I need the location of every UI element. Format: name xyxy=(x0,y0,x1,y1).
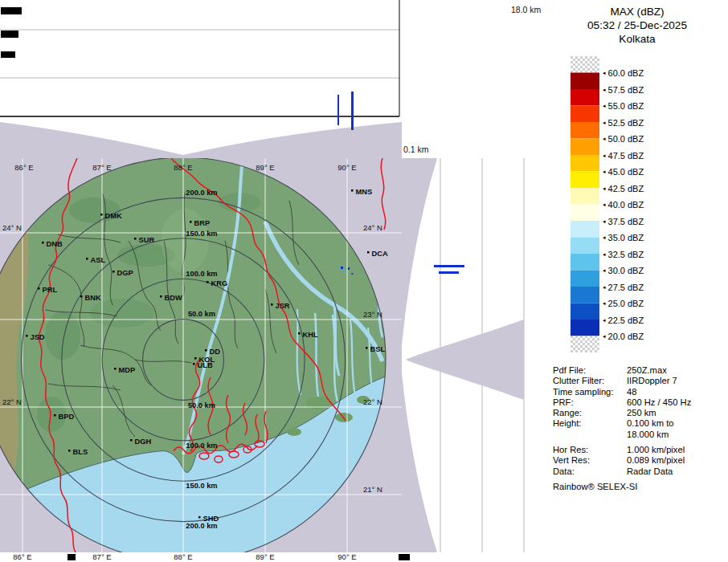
city-label: BDW xyxy=(165,294,182,302)
scale-label: 45.0 dBZ xyxy=(608,167,644,177)
axis-label-artifact xyxy=(1,51,15,58)
city-dot xyxy=(207,281,209,283)
axis-label-artifact xyxy=(67,554,76,560)
meta-row: Pdf File:250Z.max xyxy=(553,365,725,376)
city-dot xyxy=(198,516,201,519)
city-dot xyxy=(367,251,370,254)
city-dot xyxy=(193,363,195,365)
city-label: BLS xyxy=(73,448,88,456)
meta-label: Height: xyxy=(553,418,627,429)
ring-label: 200.0 km xyxy=(186,189,217,197)
threshold-arrow-icon: ◂ xyxy=(603,70,606,75)
right-projection-panel xyxy=(399,158,546,560)
meta-row: PRF:600 Hz / 450 Hz xyxy=(553,397,725,408)
threshold-arrow-icon: ◂ xyxy=(603,317,606,323)
scale-label: 30.0 dBZ xyxy=(608,266,644,275)
meta-value: Radar Data xyxy=(627,466,725,477)
radar-product-screen: 0.1 km 18.0 km xyxy=(0,0,728,562)
scale-label-row: ◂32.5 dBZ xyxy=(603,249,644,259)
city-label: DNB xyxy=(47,240,63,248)
lat-label: 22° N xyxy=(363,397,382,406)
scale-label-row: ◂22.5 dBZ xyxy=(603,315,644,325)
scale-label-row: ◂50.0 dBZ xyxy=(603,133,644,144)
product-metadata: Pdf File:250Z.max Clutter Filter:IIRDopp… xyxy=(553,365,725,477)
city-label: DD xyxy=(210,348,221,356)
colorbar-segment-transparent xyxy=(571,336,599,353)
scale-label-row: ◂40.0 dBZ xyxy=(603,199,644,210)
scale-label-row: ◂25.0 dBZ xyxy=(603,298,644,308)
lon-label: 89° E xyxy=(256,552,274,561)
lon-label: 90° E xyxy=(337,552,356,561)
threshold-arrow-icon: ◂ xyxy=(603,218,606,224)
meta-label: PRF: xyxy=(553,397,627,408)
colorbar-segment xyxy=(571,303,599,320)
scale-label-row: ◂35.0 dBZ xyxy=(603,232,644,242)
colorbar-segment xyxy=(571,188,599,205)
city-dot xyxy=(100,214,103,216)
meta-label: Hor Res: xyxy=(553,445,627,455)
colorbar-segment xyxy=(571,238,599,255)
product-name: MAX (dBZ) xyxy=(546,5,728,18)
scale-label: 37.5 dBZ xyxy=(608,217,644,226)
dbz-colorbar xyxy=(571,56,599,353)
scale-label-row: ◂57.5 dBZ xyxy=(603,84,644,95)
meta-row: Range:250 km xyxy=(553,408,725,418)
threshold-arrow-icon: ◂ xyxy=(603,120,606,125)
longitude-labels-bottom: 86° E 87° E 88° E 89° E 90° E xyxy=(13,552,356,561)
scale-label-row: ◂52.5 dBZ xyxy=(603,117,644,128)
meta-value: 0.100 km to xyxy=(627,418,725,429)
threshold-arrow-icon: ◂ xyxy=(603,234,606,240)
city-dot xyxy=(134,238,137,240)
threshold-arrow-icon: ◂ xyxy=(603,202,606,207)
axis-label-artifact xyxy=(1,7,22,14)
colorbar-segment xyxy=(571,73,599,90)
city-dot xyxy=(54,414,56,417)
city-dot xyxy=(160,295,162,298)
threshold-arrow-icon: ◂ xyxy=(603,136,606,141)
city-label: BSL xyxy=(370,345,386,353)
colorbar-segment xyxy=(571,320,599,336)
scale-label-row: ◂20.0 dBZ xyxy=(603,331,644,341)
colorbar-segment xyxy=(571,89,599,106)
software-brand: Rainbow® SELEX-SI xyxy=(553,482,637,491)
city-dot xyxy=(205,349,207,352)
lat-label: 24° N xyxy=(2,223,22,232)
city-label: DCA xyxy=(372,250,388,258)
colorbar-segment xyxy=(571,106,599,123)
meta-label xyxy=(553,430,627,440)
meta-label: Clutter Filter: xyxy=(553,376,627,386)
scale-label: 50.0 dBZ xyxy=(608,134,644,144)
city-label: DGP xyxy=(117,269,133,277)
meta-value: 1.000 km/pixel xyxy=(627,445,725,455)
city-label: ULB xyxy=(198,361,213,369)
meta-row: Time sampling:48 xyxy=(553,387,725,397)
colorbar-segment xyxy=(571,139,599,156)
colorbar-segment xyxy=(571,221,599,238)
threshold-arrow-icon: ◂ xyxy=(603,153,606,158)
ring-label: 150.0 km xyxy=(186,230,217,238)
ring-label: 100.0 km xyxy=(186,270,217,278)
city-dot xyxy=(190,221,192,223)
product-header: MAX (dBZ) 05:32 / 25-Dec-2025 Kolkata xyxy=(546,0,728,46)
meta-label: Range: xyxy=(553,408,627,418)
ring-label: 50.0 km xyxy=(188,401,215,409)
colorbar-segment xyxy=(571,155,599,172)
lon-label: 88° E xyxy=(174,163,192,172)
threshold-arrow-icon: ◂ xyxy=(603,267,606,273)
city-label: DMK xyxy=(105,212,122,220)
meta-row: 18.000 km xyxy=(553,430,725,440)
lon-label: 89° E xyxy=(256,163,274,172)
scale-label: 27.5 dBZ xyxy=(608,283,644,292)
city-dot xyxy=(86,258,88,260)
city-dot xyxy=(194,357,197,360)
legend-panel: MAX (dBZ) 05:32 / 25-Dec-2025 Kolkata xyxy=(546,0,728,562)
lon-label: 86° E xyxy=(14,163,33,172)
lon-label: 88° E xyxy=(174,552,192,561)
colorbar-segment xyxy=(571,271,599,287)
scale-label: 25.0 dBZ xyxy=(608,299,644,308)
meta-value: IIRDoppler 7 xyxy=(627,376,725,386)
city-label: ASL xyxy=(91,256,106,264)
scale-label-row: ◂55.0 dBZ xyxy=(603,100,644,111)
scale-label: 60.0 dBZ xyxy=(608,68,644,78)
scale-label: 40.0 dBZ xyxy=(608,200,644,210)
